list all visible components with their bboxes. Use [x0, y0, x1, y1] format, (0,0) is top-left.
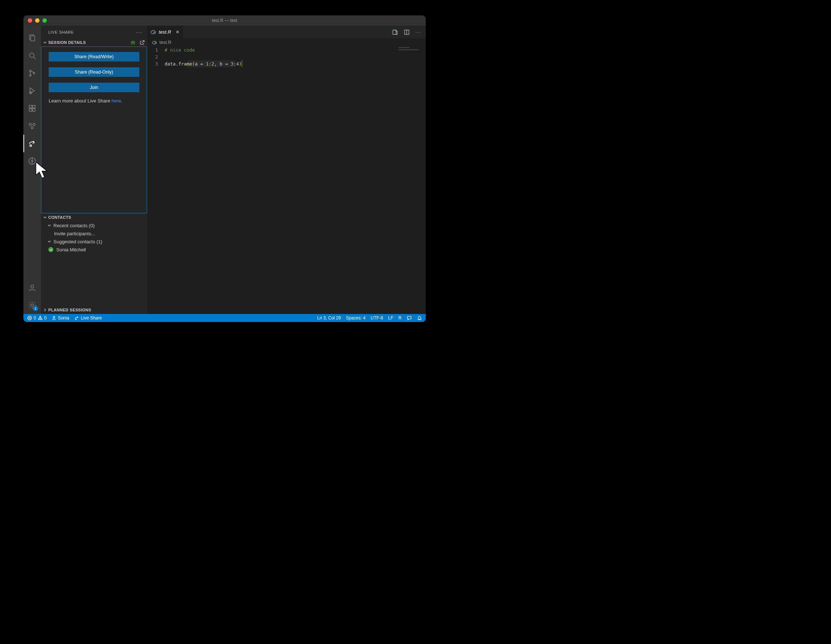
share-read-write-button[interactable]: Share (Read/Write) — [49, 52, 139, 62]
svg-rect-1 — [31, 36, 35, 41]
status-bar: 0 0 Sonia Live Share Ln 3, Col 29 Spaces… — [24, 314, 426, 322]
source-control-icon[interactable] — [24, 64, 41, 82]
status-user[interactable]: Sonia — [52, 316, 69, 320]
accounts-icon[interactable] — [24, 279, 41, 296]
extensions-icon[interactable] — [24, 99, 41, 117]
workarea: 1 LIVE SHARE ··· SESSION DETAILS — [24, 26, 426, 314]
robot-icon[interactable] — [130, 40, 136, 45]
svg-rect-9 — [29, 109, 32, 111]
svg-point-13 — [33, 123, 35, 126]
status-spaces[interactable]: Spaces: 4 — [346, 316, 365, 320]
svg-rect-40 — [408, 317, 411, 319]
live-share-icon[interactable] — [24, 135, 41, 152]
sidebar-title: LIVE SHARE — [48, 30, 74, 34]
editor-tabs: R test.R ✕ ··· — [147, 26, 426, 38]
line-gutter: 1 2 3 — [147, 46, 165, 314]
contact-person-item[interactable]: Sonia Mitchell — [41, 245, 147, 253]
code-editor[interactable]: 1 2 3 # nice code data.frame(a = 1:2, b … — [147, 46, 426, 314]
close-tab-icon[interactable]: ✕ — [175, 29, 180, 35]
svg-point-20 — [31, 285, 33, 288]
svg-line-3 — [33, 57, 35, 59]
person-icon — [52, 316, 56, 320]
line-number: 2 — [147, 53, 158, 61]
testing-icon[interactable] — [24, 117, 41, 135]
status-bell-icon[interactable] — [417, 316, 422, 320]
svg-rect-10 — [33, 109, 35, 111]
sidebar-more-icon[interactable]: ··· — [136, 29, 143, 35]
session-details-label: SESSION DETAILS — [48, 40, 130, 45]
chevron-down-icon — [43, 40, 48, 45]
svg-point-2 — [30, 53, 34, 57]
r-file-icon: R — [151, 30, 156, 34]
status-live-share[interactable]: Live Share — [74, 316, 102, 320]
learn-more-suffix: . — [121, 98, 123, 104]
breadcrumb-file: test.R — [159, 40, 172, 45]
breadcrumb[interactable]: R test.R — [147, 38, 426, 46]
online-status-icon — [48, 247, 53, 252]
tab-label: test.R — [159, 29, 171, 35]
status-problems[interactable]: 0 0 — [27, 316, 46, 320]
suggested-contacts-label: Suggested contacts (1) — [53, 239, 102, 244]
status-lncol[interactable]: Ln 3, Col 29 — [317, 316, 341, 320]
editor-toolbar: ··· — [388, 26, 426, 38]
contacts-header[interactable]: CONTACTS — [41, 213, 147, 222]
recent-contacts-item[interactable]: Recent contacts (0) — [41, 222, 147, 230]
live-share-sidebar: LIVE SHARE ··· SESSION DETAILS — [41, 26, 147, 314]
open-external-icon[interactable] — [139, 40, 145, 45]
gitlens-icon[interactable] — [24, 152, 41, 170]
svg-point-21 — [31, 304, 33, 307]
line-number: 3 — [147, 61, 158, 67]
svg-point-5 — [30, 75, 32, 77]
invite-participants-item[interactable]: Invite participants... — [41, 230, 147, 238]
status-feedback-icon[interactable] — [407, 316, 412, 320]
code-lines: # nice code data.frame(a = 1:2, b = 3:4) — [165, 46, 242, 314]
planned-sessions-header[interactable]: PLANNED SESSIONS — [41, 306, 147, 314]
svg-point-12 — [29, 123, 32, 126]
error-icon — [27, 316, 32, 320]
split-editor-icon[interactable] — [404, 29, 410, 35]
svg-point-24 — [133, 42, 134, 43]
status-live-share-label: Live Share — [81, 316, 102, 320]
svg-text:R: R — [153, 31, 156, 34]
warning-icon — [38, 316, 43, 320]
svg-rect-11 — [33, 105, 35, 108]
warning-count: 0 — [44, 316, 47, 320]
explorer-icon[interactable] — [24, 29, 41, 47]
svg-point-4 — [30, 70, 32, 72]
activity-bar: 1 — [24, 26, 41, 314]
r-file-icon: R — [152, 41, 157, 45]
text-cursor — [242, 61, 242, 67]
code-line — [165, 53, 242, 61]
planned-sessions-label: PLANNED SESSIONS — [48, 308, 145, 312]
tab-test-r[interactable]: R test.R ✕ — [147, 26, 184, 38]
status-encoding[interactable]: UTF-8 — [371, 316, 383, 320]
invite-participants-label: Invite participants... — [54, 231, 95, 236]
search-icon[interactable] — [24, 47, 41, 64]
settings-icon[interactable]: 1 — [24, 296, 41, 314]
svg-point-37 — [40, 319, 40, 319]
svg-point-23 — [132, 42, 133, 43]
session-details-panel: Share (Read/Write) Share (Read-Only) Joi… — [41, 46, 147, 213]
suggested-contacts-item[interactable]: Suggested contacts (1) — [41, 238, 147, 245]
chevron-down-icon — [43, 215, 48, 220]
editor-more-icon[interactable]: ··· — [416, 30, 421, 35]
contacts-label: CONTACTS — [48, 215, 145, 220]
run-debug-icon[interactable] — [24, 82, 41, 99]
chevron-right-icon — [43, 308, 48, 312]
editor-area: R test.R ✕ ··· R — [147, 26, 426, 314]
status-language[interactable]: R — [398, 316, 401, 320]
open-changes-icon[interactable] — [392, 29, 398, 35]
learn-more-prefix: Learn more about Live Share — [49, 98, 111, 104]
code-line: data.frame(a = 1:2, b = 3:4) — [165, 61, 242, 67]
status-user-label: Sonia — [58, 316, 69, 320]
settings-badge: 1 — [33, 306, 38, 311]
learn-more-link[interactable]: here — [111, 98, 121, 104]
status-eol[interactable]: LF — [388, 316, 393, 320]
share-read-only-button[interactable]: Share (Read-Only) — [49, 67, 139, 77]
minimap[interactable] — [396, 46, 426, 69]
chevron-down-icon — [47, 239, 52, 244]
titlebar: test.R — test — [24, 15, 426, 26]
session-details-header[interactable]: SESSION DETAILS — [41, 38, 147, 46]
live-share-icon — [74, 316, 80, 320]
join-button[interactable]: Join — [49, 83, 139, 92]
